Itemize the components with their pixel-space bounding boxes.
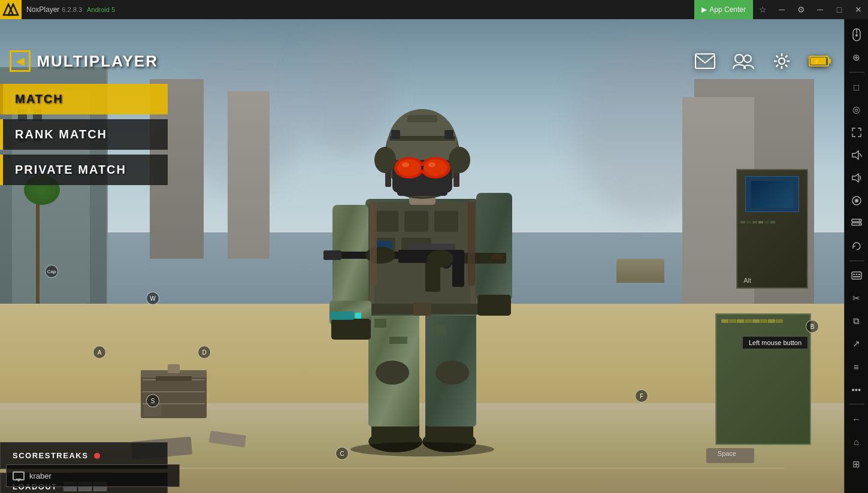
svg-rect-39 (330, 311, 354, 320)
svg-rect-17 (374, 319, 386, 328)
svg-point-94 (859, 223, 860, 225)
multiplayer-header: ◀ MULTIPLAYER (0, 38, 168, 81)
settings-button[interactable]: ⚙ (791, 0, 810, 19)
character (303, 49, 542, 456)
titlebar: NoxPlayer 6.2.8.3 Android 5 ▶ App Center… (0, 0, 868, 19)
battery-icon: ⚡ (808, 49, 832, 73)
svg-rect-47 (491, 255, 503, 259)
game-viewport: ⚠ (0, 19, 844, 493)
minimize-button[interactable]: ─ (772, 0, 791, 19)
sidebar-location-icon[interactable]: ◎ (846, 99, 867, 120)
sidebar-divider-3 (849, 404, 864, 404)
svg-rect-40 (355, 313, 361, 319)
friends-icon[interactable] (731, 49, 755, 73)
svg-rect-19 (431, 325, 446, 335)
svg-rect-18 (389, 337, 407, 344)
svg-rect-75 (695, 54, 715, 68)
svg-point-21 (435, 361, 469, 385)
close-button[interactable]: ✕ (849, 0, 868, 19)
private-match-menu-item[interactable]: PRIVATE MATCH (0, 155, 168, 185)
multiplayer-title: MULTIPLAYER (37, 52, 158, 71)
svg-rect-44 (323, 250, 341, 260)
svg-text:⚡: ⚡ (813, 58, 821, 65)
chat-bar: kraber (6, 464, 180, 487)
sidebar-apps-icon[interactable]: ⊞ (846, 453, 867, 475)
svg-rect-98 (858, 274, 860, 275)
sidebar-divider-1 (849, 72, 864, 72)
sidebar-back-icon[interactable]: ← (846, 408, 867, 430)
svg-rect-63 (397, 181, 447, 196)
svg-rect-26 (434, 211, 458, 232)
sidebar-expand-icon[interactable]: ↗ (846, 333, 867, 355)
svg-rect-24 (374, 211, 398, 232)
svg-point-78 (779, 58, 785, 64)
svg-rect-72 (370, 202, 377, 286)
scorestreaks-label: SCORESTREAKS (13, 451, 88, 460)
space-label: Space (718, 450, 736, 457)
svg-point-76 (735, 55, 743, 63)
chat-icon (13, 471, 25, 480)
bookmark-button[interactable]: ☆ (753, 0, 772, 19)
sidebar-menu-icon[interactable]: ≡ (846, 356, 867, 377)
sidebar-volume-icon[interactable] (846, 167, 867, 189)
sidebar-resize-icon[interactable] (846, 122, 867, 143)
svg-marker-86 (852, 151, 858, 159)
restore-button[interactable]: □ (830, 0, 849, 19)
app-version: 6.2.8.3 (62, 6, 82, 13)
key-d: D (198, 346, 211, 359)
window-minimize-button[interactable]: ─ (810, 0, 830, 19)
svg-point-59 (424, 159, 447, 176)
sidebar-keyboard-icon[interactable] (846, 265, 867, 286)
svg-rect-36 (331, 319, 371, 340)
settings-icon[interactable] (770, 49, 794, 73)
svg-rect-37 (476, 193, 512, 301)
mail-icon[interactable] (693, 49, 717, 73)
android-version: Android 5 (87, 6, 115, 13)
svg-point-90 (855, 199, 858, 202)
sidebar-add-icon[interactable]: ⊕ (846, 47, 867, 68)
sidebar-cut-icon[interactable]: ✂ (846, 288, 867, 309)
key-cap: Cap (45, 265, 58, 278)
svg-rect-99 (853, 276, 860, 277)
svg-rect-68 (444, 130, 453, 139)
svg-rect-38 (477, 295, 511, 316)
right-sidebar: ⊕ □ ◎ (844, 19, 868, 493)
key-a: A (93, 346, 106, 359)
svg-rect-7 (168, 364, 180, 373)
sidebar-mouse-icon[interactable] (846, 24, 867, 46)
svg-point-58 (397, 159, 421, 176)
sidebar-copy-icon[interactable]: ⧉ (846, 310, 867, 332)
svg-point-69 (374, 147, 396, 173)
svg-point-77 (744, 55, 751, 62)
back-button[interactable]: ◀ (10, 50, 31, 72)
lmb-tooltip: Left mouse button (742, 336, 808, 349)
sidebar-record-icon[interactable] (846, 190, 867, 211)
sidebar-home-icon[interactable]: ⌂ (846, 431, 867, 452)
svg-rect-80 (828, 59, 831, 63)
svg-rect-25 (404, 211, 428, 232)
sidebar-volume-off-icon[interactable] (846, 144, 867, 166)
key-s: S (146, 394, 159, 407)
match-menu-item[interactable]: MATCH (0, 84, 168, 114)
rank-match-menu-item[interactable]: RANK MATCH (0, 119, 168, 150)
svg-marker-88 (852, 174, 858, 182)
notification-dot (94, 453, 100, 459)
nox-logo (0, 0, 22, 19)
svg-rect-73 (468, 202, 475, 286)
svg-point-60 (402, 162, 409, 167)
sidebar-refresh-icon[interactable] (846, 235, 867, 257)
svg-rect-62 (421, 166, 424, 170)
sidebar-storage-icon[interactable] (846, 213, 867, 234)
svg-rect-33 (413, 303, 431, 316)
key-f: F (635, 389, 648, 403)
svg-point-85 (855, 34, 858, 37)
chat-username: kraber (29, 471, 52, 480)
svg-rect-95 (852, 272, 861, 279)
app-center-label: App Center (709, 5, 746, 14)
sidebar-more-icon[interactable]: ••• (846, 379, 867, 400)
top-hud: ⚡ (693, 49, 832, 73)
left-panel: ◀ MULTIPLAYER MATCH RANK MATCH PRIVATE M… (0, 38, 168, 493)
svg-line-87 (860, 153, 862, 157)
app-center-button[interactable]: ▶ App Center (694, 0, 753, 19)
sidebar-screen-icon[interactable]: □ (846, 76, 867, 98)
